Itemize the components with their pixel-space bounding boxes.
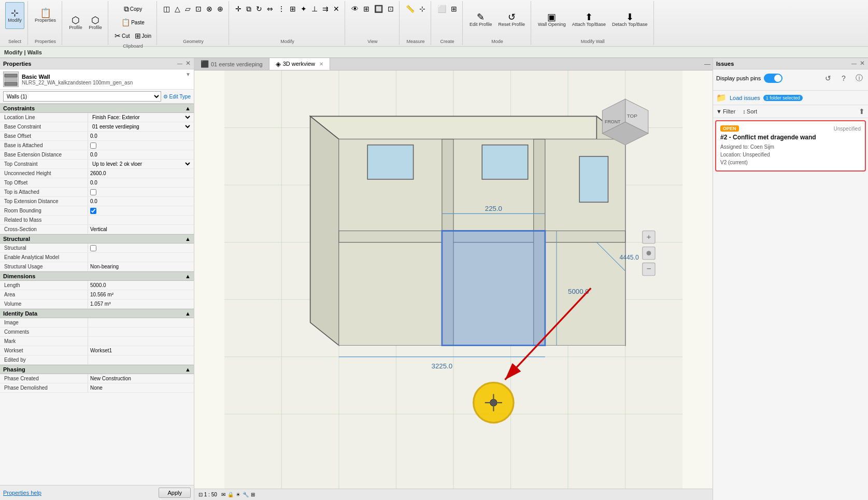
load-issues-link[interactable]: Load issues	[730, 95, 760, 101]
comments-input[interactable]	[90, 329, 192, 335]
section-header-identity[interactable]: Identity Data ▲	[0, 309, 194, 318]
mark-input[interactable]	[90, 338, 192, 344]
grid-icon[interactable]: ⊞	[251, 492, 255, 497]
mark-value[interactable]	[88, 337, 194, 346]
view-btn-2[interactable]: ⊞	[361, 2, 372, 16]
geometry-btn-1[interactable]: ◫	[161, 2, 172, 16]
geometry-btn-3[interactable]: ▱	[183, 2, 193, 16]
top-attached-checkbox[interactable]	[90, 189, 96, 195]
copy-button[interactable]: ⧉Copy	[122, 2, 144, 16]
view-btn-1[interactable]: 👁	[349, 2, 361, 16]
issue-card-1[interactable]: OPEN Unspecified #2 - Conflict met drage…	[715, 120, 866, 172]
base-constraint-select[interactable]: 01 eerste verdieping	[90, 123, 192, 130]
base-ext-dist-input[interactable]	[90, 152, 192, 158]
room-bounding-checkbox[interactable]	[90, 208, 96, 214]
cross-section-input[interactable]	[90, 226, 192, 232]
create-btn-1[interactable]: ⬜	[435, 2, 448, 16]
move-button[interactable]: ✛	[233, 2, 244, 16]
unconnected-height-value[interactable]	[88, 169, 194, 178]
cross-section-value[interactable]	[88, 225, 194, 234]
section-header-constraints[interactable]: Constraints ▲	[0, 104, 194, 113]
create-btn-2[interactable]: ⊞	[449, 2, 459, 16]
sun-icon[interactable]: ☀	[236, 492, 240, 497]
base-attached-checkbox[interactable]	[90, 142, 96, 149]
split-button[interactable]: ⊥	[309, 2, 320, 16]
upload-icon[interactable]: ⬆	[859, 107, 865, 116]
properties-button[interactable]: 📋 Properties	[32, 2, 59, 29]
unconnected-height-input[interactable]	[90, 170, 192, 176]
top-ext-dist-input[interactable]	[90, 198, 192, 204]
delete-button[interactable]: ✕	[331, 2, 341, 16]
top-offset-input[interactable]	[90, 180, 192, 185]
view-btn-3[interactable]: 🔲	[372, 2, 385, 16]
paste-button[interactable]: 📋Paste	[119, 16, 147, 29]
reset-profile-button[interactable]: ↺ Reset Profile	[495, 7, 528, 34]
base-offset-input[interactable]	[90, 133, 192, 139]
join-button[interactable]: ⊞Join	[133, 29, 153, 42]
base-constraint-value[interactable]: 01 eerste verdieping	[88, 122, 194, 131]
structural-checkbox[interactable]	[90, 245, 96, 251]
tab-close-button[interactable]: ✕	[319, 61, 323, 67]
issues-close-button[interactable]: ✕	[860, 60, 865, 67]
filter-button[interactable]: ▼ Filter	[716, 108, 735, 115]
trim-button[interactable]: ✦	[298, 2, 309, 16]
array-button[interactable]: ⋮	[276, 2, 287, 16]
properties-close-button[interactable]: ✕	[186, 60, 191, 67]
walls-selector[interactable]: Walls (1)	[3, 91, 161, 102]
sort-button[interactable]: ↕ Sort	[743, 108, 757, 115]
scale-button[interactable]: ⊞	[288, 2, 298, 16]
structural-prop-value[interactable]	[88, 244, 194, 252]
offset-button[interactable]: ⇉	[320, 2, 331, 16]
geometry-btn-5[interactable]: ⊗	[204, 2, 215, 16]
section-header-structural[interactable]: Structural ▲	[0, 234, 194, 244]
profile-button-2[interactable]: ⬡ Profile	[86, 10, 105, 37]
measure-btn-2[interactable]: ⊹	[417, 2, 428, 16]
tab-eerste-verdieping[interactable]: ⬛ 01 eerste verdieping	[194, 58, 269, 70]
base-attached-value[interactable]	[88, 141, 194, 150]
comments-value[interactable]	[88, 327, 194, 336]
issues-minimize-button[interactable]: —	[850, 60, 858, 67]
properties-minimize-button[interactable]: —	[176, 60, 183, 67]
top-constraint-select[interactable]: Up to level: 2 ok vloer	[90, 161, 192, 167]
location-line-value[interactable]: Finish Face: Exterior	[88, 113, 194, 122]
geometry-btn-4[interactable]: ⊡	[193, 2, 204, 16]
rotate-button[interactable]: ↻	[254, 2, 264, 16]
wall-opening-button[interactable]: ▣ Wall Opening	[535, 7, 568, 34]
base-ext-dist-value[interactable]	[88, 150, 194, 159]
lock-icon[interactable]: 🔒	[227, 492, 234, 497]
attach-top-base-button[interactable]: ⬆ Attach Top/Base	[570, 7, 608, 34]
profile-button-1[interactable]: ⬡ Profile	[66, 10, 85, 37]
geometry-btn-2[interactable]: △	[173, 2, 182, 16]
push-pins-toggle[interactable]	[764, 74, 782, 83]
location-line-select[interactable]: Finish Face: Exterior	[90, 114, 192, 121]
apply-button[interactable]: Apply	[159, 488, 191, 498]
properties-help-link[interactable]: Properties help	[3, 490, 41, 496]
properties-scroll-area[interactable]: Constraints ▲ Location Line Finish Face:…	[0, 104, 194, 485]
base-offset-value[interactable]	[88, 132, 194, 140]
cut-button[interactable]: ✂Cut	[112, 29, 132, 42]
tab-3d-werkview[interactable]: ◈ 3D werkview ✕	[269, 58, 330, 70]
measure-btn-1[interactable]: 📏	[404, 2, 417, 16]
edit-type-button[interactable]: ⚙ Edit Type	[163, 94, 191, 99]
mirror-button[interactable]: ⇔	[265, 2, 275, 16]
tools-icon[interactable]: 🔧	[243, 492, 249, 497]
viewport-canvas[interactable]: 225.0 5000.0 3225.0 4445.0	[194, 70, 713, 500]
view-btn-4[interactable]: ⊡	[386, 2, 396, 16]
issues-list[interactable]: OPEN Unspecified #2 - Conflict met drage…	[713, 118, 868, 500]
top-attached-value[interactable]	[88, 188, 194, 196]
section-header-phasing[interactable]: Phasing ▲	[0, 365, 194, 374]
top-constraint-value[interactable]: Up to level: 2 ok vloer	[88, 160, 194, 168]
detach-top-base-button[interactable]: ⬇ Detach Top/Base	[609, 7, 650, 34]
section-header-dimensions[interactable]: Dimensions ▲	[0, 272, 194, 281]
modify-button[interactable]: ⊹ Modify	[5, 2, 24, 29]
info-icon[interactable]: ⓘ	[853, 73, 865, 84]
top-offset-value[interactable]	[88, 178, 194, 187]
geometry-btn-6[interactable]: ⊕	[215, 2, 225, 16]
refresh-icon[interactable]: ↺	[822, 73, 834, 84]
envelope-icon[interactable]: ✉	[221, 492, 225, 497]
room-bounding-value[interactable]	[88, 206, 194, 215]
top-ext-dist-value[interactable]	[88, 197, 194, 206]
help-icon[interactable]: ?	[838, 73, 849, 84]
copy2-button[interactable]: ⧉	[244, 2, 253, 16]
type-dropdown-arrow[interactable]: ▼	[186, 72, 191, 77]
